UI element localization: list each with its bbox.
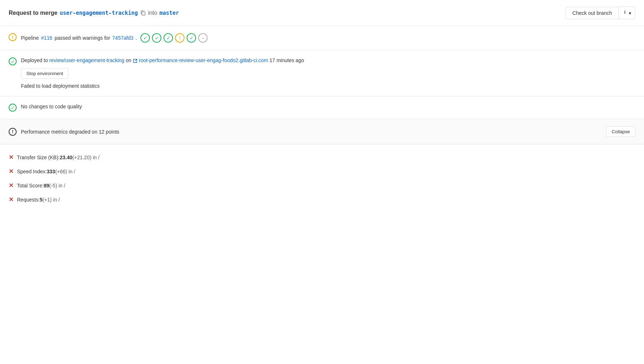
badge-5[interactable]: ✓: [187, 33, 196, 43]
target-branch-link[interactable]: master: [160, 10, 179, 16]
svg-point-3: [625, 13, 625, 14]
deploy-site-link[interactable]: root-performance-review-user-engag-foodo…: [139, 57, 268, 63]
pipeline-middle: passed with warnings for: [55, 35, 110, 41]
performance-header-text: Performance metrics degraded on 12 point…: [21, 129, 119, 135]
code-quality-section: ✓ No changes to code quality: [0, 96, 644, 119]
metric-row-transfer: ✕ Transfer Size (KB):23.40(+21.20) in /: [9, 150, 635, 164]
badge-1[interactable]: ✓: [140, 33, 150, 43]
pipeline-badges: ✓ ✓ ✓ ! ✓ »: [140, 33, 208, 43]
stop-environment-button[interactable]: Stop environment: [21, 68, 69, 79]
code-quality-row: ✓ No changes to code quality: [9, 104, 635, 112]
metric-change-4: (+1) in /: [43, 197, 60, 203]
performance-header-row: ! Performance metrics degraded on 12 poi…: [9, 128, 119, 136]
pipeline-dot: .: [135, 35, 137, 41]
performance-warning-icon: !: [9, 128, 17, 136]
pipeline-info: Pipeline #116 passed with warnings for 7…: [21, 33, 208, 43]
svg-point-1: [625, 11, 625, 12]
badge-4[interactable]: !: [175, 33, 184, 43]
svg-point-2: [625, 12, 625, 13]
checkout-branch-button[interactable]: Check out branch: [566, 7, 619, 19]
metric-row-speed: ✕ Speed Index:333(+66) in /: [9, 164, 635, 178]
metric-row-requests: ✕ Requests:5(+1) in /: [9, 192, 635, 207]
metric-error-icon-2: ✕: [9, 168, 13, 175]
deploy-env-link[interactable]: review/user-engagement-tracking: [49, 57, 125, 63]
badge-2[interactable]: ✓: [152, 33, 161, 43]
code-quality-content: No changes to code quality: [21, 104, 635, 109]
metric-change-3: (-5) in /: [49, 183, 65, 188]
page-container: Request to merge user-engagement-trackin…: [0, 0, 644, 212]
metric-label-4: Requests:5(+1) in /: [17, 197, 60, 203]
deploy-section: ✓ Deployed to review/user-engagement-tra…: [0, 50, 644, 96]
collapse-button[interactable]: Collapse: [606, 126, 635, 137]
metrics-section: ✕ Transfer Size (KB):23.40(+21.20) in / …: [0, 144, 644, 212]
metric-change-2: (+66) in /: [55, 169, 75, 174]
dropdown-arrow: ▾: [629, 10, 631, 16]
metric-value-2: 333: [47, 169, 55, 174]
badge-6[interactable]: »: [198, 33, 208, 43]
badge-3[interactable]: ✓: [164, 33, 173, 43]
header-left: Request to merge user-engagement-trackin…: [9, 10, 179, 16]
metric-label-1: Transfer Size (KB):23.40(+21.20) in /: [17, 155, 100, 160]
deploy-row: ✓ Deployed to review/user-engagement-tra…: [9, 57, 635, 89]
header-right: Check out branch ▾: [566, 6, 635, 19]
metric-label-2: Speed Index:333(+66) in /: [17, 169, 75, 174]
pipeline-row: ! Pipeline #116 passed with warnings for…: [9, 33, 635, 43]
request-to-merge-label: Request to merge: [9, 10, 57, 16]
deployed-to-label: Deployed to: [21, 57, 49, 63]
code-quality-text: No changes to code quality: [21, 104, 82, 109]
deployment-stats-error: Failed to load deployment statistics: [21, 83, 635, 89]
pipeline-number-link[interactable]: #116: [41, 35, 52, 41]
metric-value-4: 5: [40, 197, 43, 203]
source-branch-link[interactable]: user-engagement-tracking: [60, 10, 138, 16]
pipeline-section: ! Pipeline #116 passed with warnings for…: [0, 26, 644, 50]
metric-error-icon-4: ✕: [9, 196, 13, 203]
metric-error-icon-1: ✕: [9, 154, 13, 161]
checkout-dropdown-button[interactable]: ▾: [618, 6, 635, 19]
pipeline-prefix: Pipeline: [21, 35, 39, 41]
deploy-text-row: Deployed to review/user-engagement-track…: [21, 57, 635, 63]
deploy-success-icon: ✓: [9, 57, 17, 65]
metric-label-3: Total Score:89(-5) in /: [17, 183, 65, 188]
performance-header: ! Performance metrics degraded on 12 poi…: [0, 119, 644, 144]
code-quality-success-icon: ✓: [9, 104, 17, 112]
header-bar: Request to merge user-engagement-trackin…: [0, 0, 644, 26]
pipeline-commit-link[interactable]: 7457afd3: [112, 35, 133, 41]
metric-change-1: (+21.20) in /: [73, 155, 100, 160]
metric-error-icon-3: ✕: [9, 182, 13, 189]
performance-section: ! Performance metrics degraded on 12 poi…: [0, 119, 644, 144]
metric-value-3: 89: [44, 183, 49, 188]
pipeline-warning-icon: !: [9, 33, 17, 41]
metric-value-1: 23.40: [60, 155, 73, 160]
into-text: into: [148, 10, 157, 16]
stop-env-container: Stop environment: [21, 63, 635, 79]
svg-rect-0: [142, 12, 145, 15]
deploy-content: Deployed to review/user-engagement-track…: [21, 57, 635, 89]
copy-branch-icon[interactable]: [140, 10, 146, 16]
metric-row-score: ✕ Total Score:89(-5) in /: [9, 178, 635, 192]
